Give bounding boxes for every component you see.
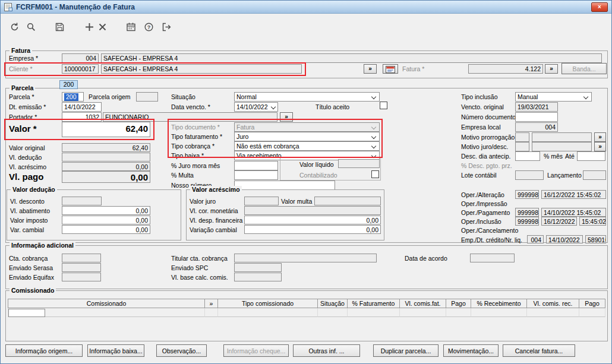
grid-header-pct-recebimento[interactable]: % Recebimento	[471, 299, 527, 308]
cliente-lookup-button[interactable]: »	[364, 64, 377, 74]
informacao-origem-button[interactable]: Informação origem...	[5, 344, 83, 357]
vl-base-comis-field	[234, 273, 282, 281]
undo-button[interactable]	[7, 19, 22, 34]
tipo-cobranca-select[interactable]: Não está em cobrança	[234, 141, 380, 151]
close-icon: ×	[598, 4, 601, 10]
exit-button[interactable]	[159, 19, 174, 34]
tipo-inclusao-label: Tipo inclusão	[461, 93, 497, 101]
grid-header-pago-rec[interactable]: Pago	[579, 299, 605, 308]
grid-header-situacao[interactable]: Situação	[318, 299, 348, 308]
banda-button[interactable]: Banda...	[561, 63, 607, 74]
close-button[interactable]: ×	[591, 2, 608, 12]
motivo-juro-desc-field	[532, 142, 592, 151]
grid-header-pct-faturamento[interactable]: % Faturamento	[348, 299, 400, 308]
movimentacao-button[interactable]: Movimentação...	[443, 344, 499, 357]
app-window: FCRFM001 - Manutenção de Fatura ×	[0, 0, 612, 364]
multa-field[interactable]	[234, 170, 278, 180]
variacao-cambial-field[interactable]: 0,00	[244, 225, 381, 234]
oper-inclusao-time-field: 15:45:02	[579, 217, 606, 226]
grid-cell[interactable]	[205, 308, 218, 317]
help-button[interactable]: ?	[141, 19, 156, 34]
portador-lookup-button[interactable]: »	[280, 112, 293, 122]
outras-inf-button[interactable]: Outras inf. ...	[293, 344, 360, 357]
valor-imposto-field[interactable]: 0,00	[62, 216, 150, 224]
grid-cell[interactable]	[318, 308, 348, 317]
vl-acrescimo-field: 0,00	[62, 162, 150, 171]
parcela-tab[interactable]: 200	[59, 80, 78, 89]
calendar-button[interactable]	[123, 19, 138, 34]
numero-documento-field[interactable]	[515, 112, 558, 122]
juro-mora-field[interactable]	[234, 161, 278, 170]
valor-field[interactable]: 62,40	[62, 122, 150, 137]
titulo-aceito-label: Título aceito	[316, 103, 349, 111]
grid-header-pago-fat[interactable]: Pago	[446, 299, 471, 308]
grid-cell[interactable]	[446, 308, 471, 317]
dt-emissao-label: Dt. emissão *	[9, 103, 46, 111]
desc-antecip-ate-field[interactable]	[577, 151, 605, 161]
data-vencto-label: Data vencto. *	[171, 103, 210, 111]
tipo-inclusao-select[interactable]: Manual	[515, 92, 592, 102]
add-icon	[84, 22, 94, 32]
oper-impressao-label: Oper./Impressão	[461, 200, 507, 208]
desc-antecip-field[interactable]	[515, 151, 540, 161]
grid-cell[interactable]	[218, 308, 318, 317]
contabilizado-checkbox[interactable]	[371, 170, 379, 178]
grid-data-row[interactable]	[8, 308, 605, 317]
valor-juro-field	[244, 197, 279, 205]
nosso-numero-field[interactable]	[234, 181, 335, 190]
multa-label: % Multa	[171, 172, 194, 179]
emp-credito-date-field: 14/10/2022	[546, 235, 583, 243]
grid-header-vl-comis-fat[interactable]: Vl. comis.fat.	[400, 299, 446, 308]
vl-base-comis-label: Vl. base calc. comis.	[171, 274, 228, 281]
cta-cobranca-field	[62, 254, 101, 262]
grid-cell[interactable]	[579, 308, 605, 317]
valor-juro-label: Valor juro	[190, 198, 216, 205]
grid-header-tipo-comissionado[interactable]: Tipo comissionado	[218, 299, 318, 308]
vl-cor-monetaria-label: Vl. cor. monetária	[190, 207, 238, 215]
informacao-cheque-button[interactable]: Informação cheque...	[223, 344, 289, 357]
observacao-button[interactable]: Observação...	[156, 344, 207, 357]
situacao-select[interactable]: Normal	[234, 92, 380, 102]
save-button[interactable]	[52, 19, 67, 34]
grid-cell[interactable]	[400, 308, 446, 317]
tipo-documento-select: Fatura	[234, 122, 380, 132]
tipo-faturamento-select[interactable]: Juro	[234, 132, 380, 141]
emp-credito-label: Emp./Dt. crédito/Nr. liq.	[461, 236, 522, 244]
parcela-group-caption: Parcela	[10, 84, 35, 92]
informacao-baixa-button[interactable]: Informação baixa...	[87, 344, 144, 357]
vencto-original-label: Vencto. original	[461, 103, 504, 111]
data-vencto-select[interactable]: 14/10/2022	[234, 102, 278, 112]
var-cambial-field[interactable]: 0,00	[62, 225, 150, 234]
empresa-local-label: Empresa local	[461, 124, 501, 131]
portador-code-field[interactable]: 1032	[62, 112, 102, 122]
vl-desp-financeira-field[interactable]: 0,00	[244, 216, 381, 224]
grid-header-lookup[interactable]: »	[205, 299, 218, 308]
dt-emissao-field[interactable]: 14/10/2022	[62, 102, 102, 112]
delete-button[interactable]	[94, 19, 110, 34]
search-button[interactable]	[23, 19, 39, 34]
parcela-field[interactable]: 200	[62, 92, 84, 102]
tipo-cobranca-label: Tipo cobrança *	[171, 143, 214, 150]
cliente-card-button[interactable]	[383, 64, 398, 74]
empresa-label: Empresa *	[9, 55, 38, 62]
search-icon	[26, 22, 36, 32]
grid-cell[interactable]	[348, 308, 400, 317]
cancelar-fatura-button[interactable]: Cancelar fatura...	[503, 344, 575, 357]
title-bar: FCRFM001 - Manutenção de Fatura ×	[1, 1, 611, 14]
cliente-code-field: 100000017	[62, 64, 99, 74]
variacao-cambial-label: Variação cambial	[190, 226, 237, 234]
titulo-aceito-checkbox[interactable]	[380, 102, 387, 109]
grid-cell[interactable]	[527, 308, 579, 317]
comissionado-edit-cell[interactable]	[8, 309, 45, 317]
situacao-label: Situação	[171, 93, 195, 101]
grid-cell[interactable]	[471, 308, 527, 317]
motivo-juro-lookup-button[interactable]: »	[594, 142, 606, 151]
valor-multa-label: Valor multa	[281, 198, 312, 205]
vl-abatimento-field[interactable]: 0,00	[62, 206, 150, 215]
data-acordo-label: Data de acordo	[405, 255, 447, 262]
grid-header-vl-comis-rec[interactable]: Vl. comis. rec.	[527, 299, 579, 308]
fatura-lookup-button[interactable]: »	[545, 64, 558, 74]
motivo-prorrogacao-lookup-button[interactable]: »	[594, 132, 606, 142]
duplicar-parcela-button[interactable]: Duplicar parcela...	[373, 344, 439, 357]
grid-header-comissionado[interactable]: Comissionado	[8, 299, 205, 308]
